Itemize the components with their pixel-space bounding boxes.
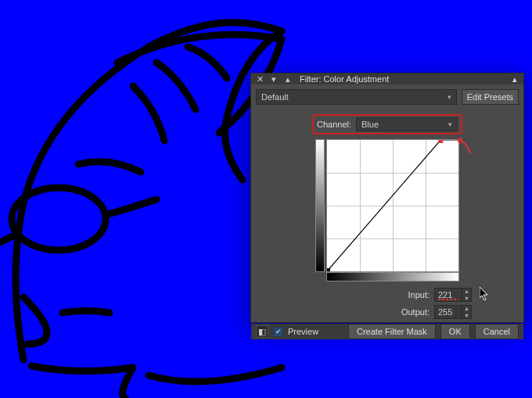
output-value[interactable]: 255 xyxy=(435,307,462,317)
dialog-titlebar[interactable]: ✕ ▾ ▴ Filter: Color Adjustment ▴ xyxy=(251,74,523,84)
create-filter-mask-button[interactable]: Create Filter Mask xyxy=(348,324,436,339)
chevron-down-icon: ▾ xyxy=(448,93,451,101)
input-spinbox[interactable]: 221 ▲ ▼ xyxy=(434,288,472,302)
cancel-button[interactable]: Cancel xyxy=(475,324,519,339)
color-adjustment-dialog: ✕ ▾ ▴ Filter: Color Adjustment ▴ Default… xyxy=(250,73,524,323)
chevron-down-icon: ▾ xyxy=(448,120,452,128)
input-step-up[interactable]: ▲ xyxy=(462,288,471,295)
input-label: Input: xyxy=(394,290,430,299)
dialog-footer: ◧ Preview Create Filter Mask OK Cancel xyxy=(251,324,523,339)
shade-icon[interactable]: ▴ xyxy=(509,74,520,84)
svg-rect-2 xyxy=(438,140,443,143)
dialog-title: Filter: Color Adjustment xyxy=(300,74,506,84)
detach-icon[interactable]: ▴ xyxy=(282,74,293,84)
output-step-down[interactable]: ▼ xyxy=(462,312,471,319)
settings-icon[interactable]: ◧ xyxy=(256,325,268,338)
output-step-up[interactable]: ▲ xyxy=(462,305,471,312)
channel-row-highlight: Channel: Blue ▾ xyxy=(312,114,462,134)
svg-rect-1 xyxy=(327,268,330,271)
ok-label: OK xyxy=(449,327,462,336)
cancel-label: Cancel xyxy=(483,327,510,336)
curve-grid[interactable] xyxy=(326,139,459,272)
ok-button[interactable]: OK xyxy=(440,324,470,339)
curve-editor[interactable] xyxy=(315,139,459,272)
dropdown-icon[interactable]: ▾ xyxy=(268,74,279,84)
input-step-down[interactable]: ▼ xyxy=(462,295,471,302)
channel-label: Channel: xyxy=(317,120,351,129)
input-value[interactable]: 221 xyxy=(435,290,462,299)
vertical-gradient-strip xyxy=(315,139,325,272)
preset-selected-value: Default xyxy=(261,92,289,102)
edit-presets-button[interactable]: Edit Presets xyxy=(462,89,519,105)
preset-select[interactable]: Default ▾ xyxy=(256,89,457,105)
output-spinbox[interactable]: 255 ▲ ▼ xyxy=(434,305,472,319)
horizontal-gradient-strip xyxy=(326,272,459,281)
preview-label: Preview xyxy=(288,327,318,336)
svg-point-0 xyxy=(12,188,106,250)
channel-select[interactable]: Blue ▾ xyxy=(356,117,458,131)
edit-presets-label: Edit Presets xyxy=(467,92,513,102)
close-icon[interactable]: ✕ xyxy=(254,74,265,84)
output-label: Output: xyxy=(394,307,430,317)
create-filter-mask-label: Create Filter Mask xyxy=(357,327,427,336)
channel-selected-value: Blue xyxy=(361,120,379,129)
preview-checkbox[interactable] xyxy=(273,327,283,337)
curve-line xyxy=(327,140,458,271)
